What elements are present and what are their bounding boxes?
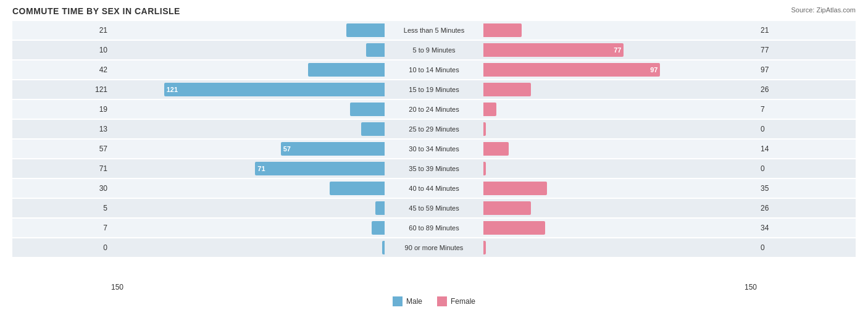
chart-title: COMMUTE TIME BY SEX IN CARLISLE — [12, 6, 856, 16]
bar-left-wrap — [111, 241, 385, 254]
bar-female — [483, 221, 545, 235]
left-value: 19 — [12, 105, 111, 114]
right-value: 0 — [757, 164, 856, 173]
chart-row: 71 71 35 to 39 Minutes 0 — [12, 159, 856, 178]
bar-male — [330, 182, 385, 195]
bar-right-wrap — [483, 201, 757, 215]
left-value: 121 — [12, 85, 111, 94]
bar-left-wrap — [111, 43, 385, 57]
bar-left-wrap — [111, 201, 385, 215]
chart-row: 42 10 to 14 Minutes 97 97 — [12, 61, 856, 79]
bar-male: 57 — [281, 142, 385, 156]
legend: Male Female — [12, 296, 856, 306]
right-value: 0 — [757, 243, 856, 252]
bars-container: 60 to 89 Minutes — [111, 219, 757, 237]
bar-right-wrap: 97 — [483, 63, 757, 77]
right-value: 7 — [757, 105, 856, 114]
bar-male: 121 — [164, 83, 385, 96]
bar-right-wrap — [483, 103, 757, 116]
axis-labels: 150 150 — [12, 283, 856, 292]
left-value: 10 — [12, 46, 111, 54]
left-value: 5 — [12, 204, 111, 212]
bars-container: 25 to 29 Minutes — [111, 120, 757, 138]
left-value: 21 — [12, 26, 111, 35]
row-label: Less than 5 Minutes — [385, 27, 483, 34]
bar-female — [483, 122, 486, 136]
bars-container: 20 to 24 Minutes — [111, 100, 757, 119]
row-label: 5 to 9 Minutes — [385, 46, 483, 54]
bar-right-wrap — [483, 221, 757, 235]
bars-container: Less than 5 Minutes — [111, 21, 757, 40]
right-value: 34 — [757, 224, 856, 232]
bar-female — [483, 142, 509, 156]
bar-right-wrap — [483, 142, 757, 156]
row-label: 15 to 19 Minutes — [385, 86, 483, 93]
bar-left-wrap — [111, 63, 385, 77]
chart-row: 30 40 to 44 Minutes 35 — [12, 179, 856, 198]
bar-right-wrap — [483, 122, 757, 136]
row-label: 45 to 59 Minutes — [385, 204, 483, 212]
bar-male — [346, 23, 385, 37]
chart-container: COMMUTE TIME BY SEX IN CARLISLE Source: … — [0, 0, 868, 323]
chart-row: 19 20 to 24 Minutes 7 — [12, 100, 856, 119]
chart-row: 10 5 to 9 Minutes 77 77 — [12, 41, 856, 59]
axis-right: 150 — [745, 283, 757, 292]
bar-right-wrap — [483, 23, 757, 37]
bars-container: 10 to 14 Minutes 97 — [111, 61, 757, 79]
bars-container: 57 30 to 34 Minutes — [111, 140, 757, 158]
legend-male-label: Male — [406, 297, 422, 306]
right-value: 26 — [757, 85, 856, 94]
right-value: 21 — [757, 26, 856, 35]
legend-female-box — [437, 296, 447, 306]
bar-left-wrap — [111, 23, 385, 37]
chart-row: 21 Less than 5 Minutes 21 — [12, 21, 856, 40]
row-label: 20 to 24 Minutes — [385, 106, 483, 113]
left-value: 0 — [12, 243, 111, 252]
right-value: 26 — [757, 204, 856, 212]
bar-female — [483, 162, 486, 175]
bar-left-wrap — [111, 122, 385, 136]
bar-left-wrap: 71 — [111, 162, 385, 175]
row-label: 40 to 44 Minutes — [385, 185, 483, 192]
left-value: 7 — [12, 224, 111, 232]
bar-right-wrap — [483, 241, 757, 254]
left-value: 57 — [12, 145, 111, 153]
bar-right-wrap — [483, 182, 757, 195]
chart-row: 13 25 to 29 Minutes 0 — [12, 120, 856, 138]
bar-male — [372, 221, 385, 235]
bar-right-wrap: 77 — [483, 43, 757, 57]
source-text: Source: ZipAtlas.com — [791, 6, 856, 14]
chart-row: 5 45 to 59 Minutes 26 — [12, 199, 856, 217]
legend-male-box — [393, 296, 403, 306]
legend-female-label: Female — [451, 297, 475, 306]
bar-right-wrap — [483, 83, 757, 96]
row-label: 60 to 89 Minutes — [385, 224, 483, 232]
bar-female — [483, 83, 531, 96]
left-value: 30 — [12, 184, 111, 193]
bars-container: 90 or more Minutes — [111, 238, 757, 257]
bars-container: 5 to 9 Minutes 77 — [111, 41, 757, 59]
right-value: 35 — [757, 184, 856, 193]
bar-male — [366, 43, 385, 57]
bar-right-wrap — [483, 162, 757, 175]
chart-row: 0 90 or more Minutes 0 — [12, 238, 856, 257]
chart-row: 57 57 30 to 34 Minutes 14 — [12, 140, 856, 158]
bar-male — [350, 103, 385, 116]
bar-female: 77 — [483, 43, 624, 57]
bar-female: 97 — [483, 63, 660, 77]
bar-female — [483, 103, 496, 116]
bars-container: 40 to 44 Minutes — [111, 179, 757, 198]
legend-female: Female — [437, 296, 475, 306]
left-value: 71 — [12, 164, 111, 173]
right-value: 0 — [757, 125, 856, 133]
bar-left-wrap — [111, 182, 385, 195]
bars-container: 71 35 to 39 Minutes — [111, 159, 757, 178]
chart-row: 121 121 15 to 19 Minutes 26 — [12, 80, 856, 99]
bar-female — [483, 23, 522, 37]
bar-female — [483, 241, 486, 254]
bar-male — [361, 122, 385, 136]
bar-left-wrap: 121 — [111, 83, 385, 96]
axis-left: 150 — [111, 283, 123, 292]
row-label: 10 to 14 Minutes — [385, 66, 483, 73]
right-value: 77 — [757, 46, 856, 54]
